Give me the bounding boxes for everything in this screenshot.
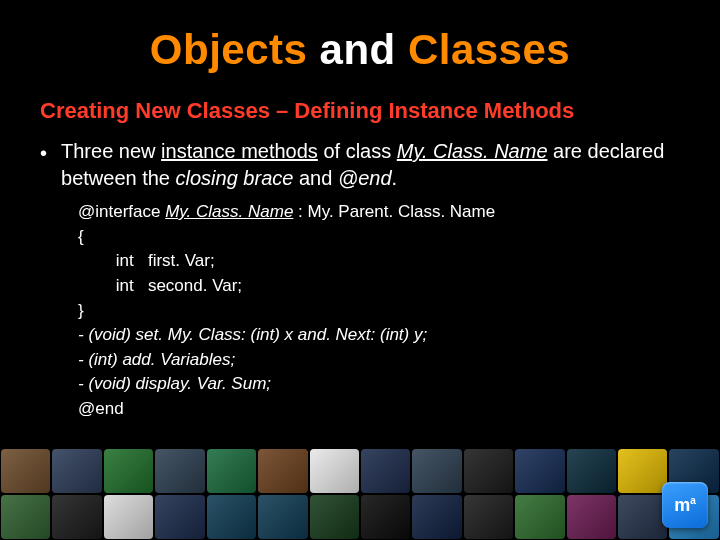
title-word-2: and xyxy=(307,26,408,73)
title-word-1: Objects xyxy=(150,26,308,73)
dock-tile xyxy=(1,449,50,493)
dock-tile xyxy=(155,495,204,539)
code-line: @interface My. Class. Name : My. Parent.… xyxy=(78,200,720,225)
dock-tile xyxy=(515,449,564,493)
dock-tile xyxy=(310,449,359,493)
dock-tile xyxy=(52,495,101,539)
bullet-marker: • xyxy=(40,140,47,167)
dock-row-1 xyxy=(0,448,720,494)
app-dock xyxy=(0,448,720,540)
bullet-text: Three new instance methods of class My. … xyxy=(61,138,690,192)
code-line: @end xyxy=(78,397,720,422)
dock-tile xyxy=(258,495,307,539)
code-block: @interface My. Class. Name : My. Parent.… xyxy=(78,200,720,422)
dock-tile xyxy=(310,495,359,539)
dock-tile xyxy=(618,495,667,539)
dock-tile xyxy=(567,449,616,493)
slide-title: Objects and Classes xyxy=(0,0,720,74)
title-word-3: Classes xyxy=(408,26,570,73)
dock-tile xyxy=(104,449,153,493)
dock-tile xyxy=(361,449,410,493)
code-line: int first. Var; xyxy=(78,249,720,274)
dock-tile xyxy=(515,495,564,539)
code-line: - (void) set. My. Class: (int) x and. Ne… xyxy=(78,323,720,348)
dock-tile xyxy=(361,495,410,539)
code-line: - (void) display. Var. Sum; xyxy=(78,372,720,397)
dock-tile xyxy=(207,449,256,493)
slide: Objects and Classes Creating New Classes… xyxy=(0,0,720,540)
dock-tile xyxy=(464,449,513,493)
code-line: - (int) add. Variables; xyxy=(78,348,720,373)
dock-tile xyxy=(104,495,153,539)
code-line: int second. Var; xyxy=(78,274,720,299)
dock-row-2 xyxy=(0,494,720,540)
dock-tile xyxy=(618,449,667,493)
dock-tile xyxy=(207,495,256,539)
dock-tile xyxy=(412,495,461,539)
dock-tile xyxy=(258,449,307,493)
dock-tile xyxy=(464,495,513,539)
dock-tile xyxy=(155,449,204,493)
code-line: { xyxy=(78,225,720,250)
dock-tile xyxy=(1,495,50,539)
corner-badge: ma xyxy=(662,482,708,528)
slide-subtitle: Creating New Classes – Defining Instance… xyxy=(40,98,720,124)
code-line: } xyxy=(78,299,720,324)
badge-text: ma xyxy=(674,495,696,516)
dock-tile xyxy=(52,449,101,493)
dock-tile xyxy=(412,449,461,493)
bullet-item: • Three new instance methods of class My… xyxy=(40,138,690,192)
dock-tile xyxy=(567,495,616,539)
